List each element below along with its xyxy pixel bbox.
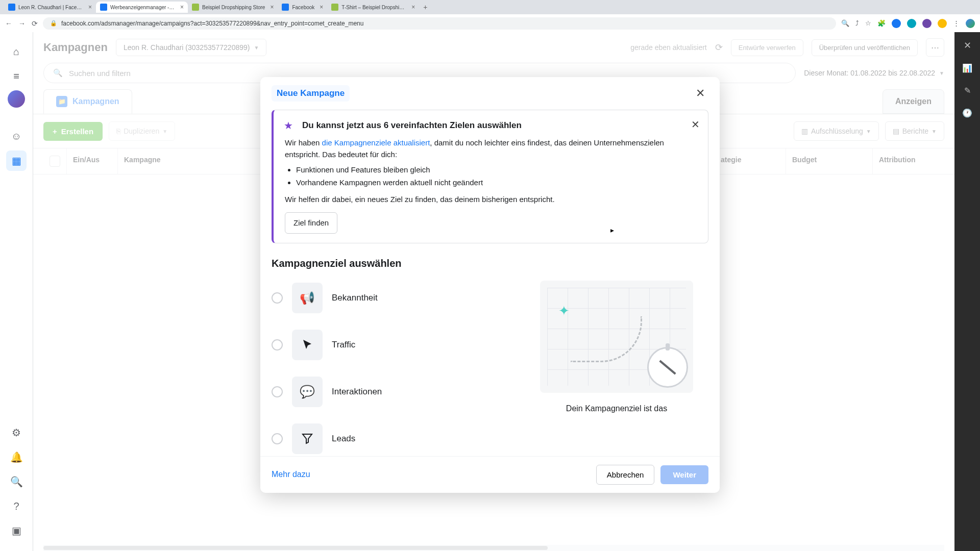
browser-chrome: Leon R. Chaudhari | Facebook× Werbeanzei…	[0, 0, 980, 32]
extension-icon[interactable]	[922, 19, 932, 28]
objective-leads[interactable]: Leads	[272, 421, 509, 456]
objective-awareness[interactable]: 📢 Bekanntheit	[272, 281, 509, 315]
home-icon[interactable]: ⌂	[6, 41, 27, 62]
learn-more-link[interactable]: Mehr dazu	[272, 470, 310, 479]
profile-avatar-icon[interactable]	[966, 19, 975, 28]
cursor-icon	[292, 330, 323, 360]
objective-preview: ✦ Dein Kampagnenziel ist das	[525, 281, 708, 456]
nav-controls: ← → ⟳	[5, 19, 38, 28]
info-notice: ✕ ★ Du kannst jetzt aus 6 vereinfachten …	[272, 110, 708, 243]
zoom-icon[interactable]: 🔍	[841, 19, 849, 27]
new-campaign-modal: Neue Kampagne ✕ ✕ ★ Du kannst jetzt aus …	[260, 77, 720, 493]
url-field[interactable]: 🔒 facebook.com/adsmanager/manage/campaig…	[43, 17, 836, 30]
star-icon[interactable]: ☆	[865, 19, 871, 27]
browser-tab[interactable]: Facebook×	[278, 2, 327, 13]
notice-bullet: Vorhandene Kampagnen werden aktuell nich…	[296, 177, 698, 188]
star-icon: ★	[284, 119, 296, 132]
search-icon[interactable]: 🔍	[6, 471, 27, 492]
browser-tab[interactable]: Werbeanzeigenmanager - We...×	[96, 2, 188, 13]
shopify-icon	[331, 4, 338, 11]
objectives-container: 📢 Bekanntheit Traffic 💬 Interaktionen	[272, 281, 708, 456]
modal-footer: Mehr dazu Abbrechen Weiter	[260, 456, 720, 493]
browser-tab[interactable]: T-Shirt – Beispiel Dropshippin...×	[327, 2, 419, 13]
campaigns-icon[interactable]: ▦	[6, 151, 27, 171]
menu-icon[interactable]: ≡	[6, 66, 27, 86]
avatar[interactable]	[8, 90, 25, 108]
extension-icon[interactable]	[907, 19, 916, 28]
radio[interactable]	[272, 386, 283, 397]
left-sidebar: ⌂ ≡ ☺ ▦ ⚙ 🔔 🔍 ? ▣	[0, 32, 33, 551]
history-icon[interactable]: 🕐	[960, 106, 974, 120]
cursor-indicator: ▸	[610, 226, 614, 234]
forward-icon[interactable]: →	[18, 19, 26, 28]
radio[interactable]	[272, 339, 283, 350]
close-icon[interactable]: ×	[320, 4, 323, 11]
tab-strip: Leon R. Chaudhari | Facebook× Werbeanzei…	[0, 0, 980, 14]
sparkle-icon: ✦	[558, 303, 570, 319]
facebook-icon	[282, 4, 289, 11]
next-button[interactable]: Weiter	[660, 465, 708, 484]
facebook-icon	[8, 4, 15, 11]
extension-icon[interactable]	[938, 19, 947, 28]
section-title: Kampagnenziel auswählen	[272, 258, 708, 269]
right-sidebar: ✕ 📊 ✎ 🕐	[954, 32, 980, 551]
notice-header: ★ Du kannst jetzt aus 6 vereinfachten Zi…	[284, 119, 698, 132]
toolbar-right: 🔍 ⤴ ☆ 🧩 ⋮	[841, 19, 975, 28]
audiences-icon[interactable]: ☺	[6, 126, 27, 146]
preview-text: Dein Kampagnenziel ist das	[561, 403, 672, 414]
edit-icon[interactable]: ✎	[960, 83, 974, 97]
notice-bullet: Funktionen und Features bleiben gleich	[296, 164, 698, 176]
close-icon[interactable]: ✕	[960, 38, 974, 53]
lock-icon: 🔒	[50, 20, 57, 27]
settings-icon[interactable]: ⚙	[6, 422, 27, 443]
share-icon[interactable]: ⤴	[855, 19, 859, 27]
close-icon[interactable]: ×	[180, 4, 184, 11]
preview-illustration: ✦	[540, 281, 693, 393]
find-objective-button[interactable]: Ziel finden	[285, 212, 337, 233]
close-icon[interactable]: ×	[88, 4, 92, 11]
objective-engagement[interactable]: 💬 Interaktionen	[272, 374, 509, 409]
close-icon[interactable]: ×	[270, 4, 274, 11]
reload-icon[interactable]: ⟳	[32, 19, 38, 28]
objectives-updated-link[interactable]: die Kampagnenziele aktualisiert	[322, 138, 430, 147]
menu-icon[interactable]: ⋮	[953, 19, 960, 27]
radio[interactable]	[272, 433, 283, 444]
objectives-list: 📢 Bekanntheit Traffic 💬 Interaktionen	[272, 281, 509, 456]
radio[interactable]	[272, 292, 283, 304]
modal-header: Neue Kampagne ✕	[260, 77, 720, 110]
browser-tab[interactable]: Leon R. Chaudhari | Facebook×	[4, 2, 96, 13]
browser-tab[interactable]: Beispiel Dropshipping Store×	[188, 2, 278, 13]
report-icon[interactable]: ▣	[6, 520, 27, 541]
objective-traffic[interactable]: Traffic	[272, 328, 509, 362]
chart-icon[interactable]: 📊	[960, 61, 974, 75]
megaphone-icon: 📢	[292, 283, 323, 313]
fb-pixel-icon[interactable]	[892, 19, 901, 28]
notice-close-button[interactable]: ✕	[691, 118, 700, 131]
modal-title-tab[interactable]: Neue Kampagne	[272, 85, 350, 102]
address-bar: ← → ⟳ 🔒 facebook.com/adsmanager/manage/c…	[0, 14, 980, 32]
shopify-icon	[192, 4, 199, 11]
modal-body: ✕ ★ Du kannst jetzt aus 6 vereinfachten …	[260, 110, 720, 456]
extensions-icon[interactable]: 🧩	[877, 19, 886, 27]
notice-body: Wir haben die Kampagnenziele aktualisier…	[284, 137, 698, 234]
close-icon[interactable]: ×	[411, 4, 415, 11]
help-icon[interactable]: ?	[6, 496, 27, 516]
facebook-icon	[100, 4, 107, 11]
app-shell: ⌂ ≡ ☺ ▦ ⚙ 🔔 🔍 ? ▣ Kampagnen Leon R. Chau…	[0, 32, 980, 551]
chat-icon: 💬	[292, 377, 323, 407]
new-tab-button[interactable]: +	[419, 1, 431, 13]
cancel-button[interactable]: Abbrechen	[596, 465, 655, 485]
funnel-icon	[292, 423, 323, 454]
compass-icon	[647, 347, 688, 388]
modal-close-button[interactable]: ✕	[692, 85, 708, 102]
back-icon[interactable]: ←	[5, 19, 12, 28]
notice-title: Du kannst jetzt aus 6 vereinfachten Ziel…	[302, 120, 522, 131]
notifications-icon[interactable]: 🔔	[6, 447, 27, 467]
